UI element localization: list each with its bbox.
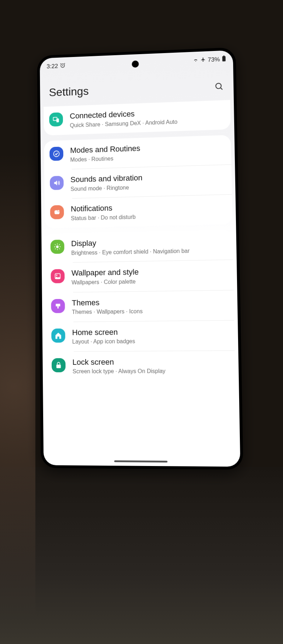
gesture-bar[interactable] [114,460,168,462]
item-title: Themes [72,296,228,307]
image-icon [51,269,64,283]
ambient-thumb [0,0,35,644]
volume-icon [50,176,64,190]
svg-line-17 [55,249,56,249]
svg-rect-2 [223,56,225,57]
svg-line-18 [59,245,60,245]
settings-item-wallpaper[interactable]: Wallpaper and styleWallpapers · Color pa… [45,260,234,292]
svg-point-20 [56,275,58,276]
svg-line-16 [59,249,60,249]
settings-item-sounds[interactable]: Sounds and vibrationSound mode · Rington… [44,165,232,199]
check-icon [50,146,63,161]
item-subtitle: Screen lock type · Always On Display [73,367,229,375]
settings-item-display[interactable]: DisplayBrightness · Eye comfort shield ·… [45,230,233,263]
svg-line-15 [55,245,56,245]
item-title: Lock screen [73,356,229,367]
settings-item-home[interactable]: Home screenLayout · App icon badges [46,320,235,351]
search-button[interactable] [213,81,224,92]
settings-item-modes[interactable]: Modes and RoutinesModes · Routines [44,135,231,169]
sun-icon [51,240,64,254]
settings-item-lock[interactable]: Lock screenScreen lock type · Always On … [46,351,235,381]
svg-line-4 [221,88,223,90]
bell-icon [50,205,64,219]
page-title: Settings [49,85,89,99]
status-time: 3:22 [47,63,58,70]
svg-rect-1 [222,56,225,62]
phone-screen: 3:22 73% Settings [40,50,240,467]
item-subtitle: Themes · Wallpapers · Icons [72,306,228,316]
lock-icon [52,358,66,372]
item-subtitle: Layout · App icon badges [72,337,229,346]
item-title: Wallpaper and style [71,266,227,278]
settings-item-notifications[interactable]: NotificationsStatus bar · Do not disturb [45,195,232,228]
battery-icon [222,56,226,63]
settings-group: DisplayBrightness · Eye comfort shield ·… [45,230,235,381]
settings-list[interactable]: Connected devicesQuick Share · Samsung D… [40,100,239,401]
search-icon [214,81,224,91]
svg-point-9 [58,210,59,212]
alarm-icon [60,62,66,70]
settings-item-themes[interactable]: ThemesThemes · Wallpapers · Icons [45,290,234,322]
airplane-icon [201,57,206,64]
status-battery-text: 73% [208,56,220,63]
ambient-background [0,467,283,644]
phone-frame: 3:22 73% Settings [37,47,243,470]
svg-rect-6 [56,119,59,122]
devices-icon [49,112,63,126]
item-subtitle: Wallpapers · Color palette [71,276,227,286]
brush-icon [51,299,65,313]
settings-group: Modes and RoutinesModes · RoutinesSounds… [44,135,232,228]
home-icon [51,328,65,343]
svg-rect-21 [56,364,61,368]
svg-point-3 [216,83,221,88]
item-title: Home screen [72,326,229,337]
wifi-icon [193,57,198,64]
svg-point-10 [56,246,59,248]
